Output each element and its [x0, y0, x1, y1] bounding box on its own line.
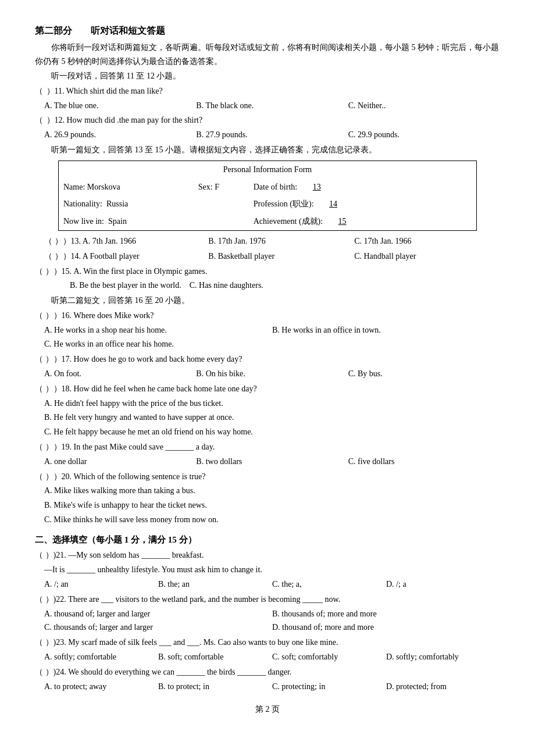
q22-optA: A. thousand of; larger and larger [44, 607, 272, 621]
q12-optB: B. 27.9 pounds. [196, 128, 348, 142]
q14-optC: C. Handball player [354, 249, 500, 263]
question-19: （ ））19. In the past Mike could save ____… [35, 440, 500, 469]
q11-optB: B. The black one. [196, 99, 348, 113]
q13-optA: ）13. A. 7th Jan. 1966 [63, 234, 209, 248]
question-12: （ ）12. How much did .the man pay for the… [35, 113, 500, 142]
q20-optB: B. Mike's wife is unhappy to hear the ti… [44, 501, 207, 509]
q20-text: ）20. Which of the following sentence is … [54, 472, 206, 481]
q15-optA: ）15. A. Win the first place in Olympic g… [54, 267, 208, 276]
table-sex: Sex: F [194, 179, 249, 196]
q20-optA: A. Mike likes walking more than taking a… [44, 486, 195, 495]
q21-text: )21. —My son seldom has _______ breakfas… [54, 551, 204, 559]
q13-optB: B. 17th Jan. 1976 [208, 234, 354, 248]
q23-optD: D. softly; comfortably [386, 650, 500, 664]
personal-info-table: Personal Information Form Name: Morskova… [58, 161, 477, 231]
q19-optC: C. five dollars [348, 455, 500, 469]
q12-text: ）12. How much did .the man pay for the s… [44, 116, 202, 124]
q17-optC: C. By bus. [348, 367, 500, 381]
q22-text: )22. There are ___ visitors to the wetla… [54, 595, 341, 604]
q24-optD: D. protected; from [386, 680, 500, 694]
q12-optA: A. 26.9 pounds. [44, 128, 196, 142]
question-23: （ ）)23. My scarf made of silk feels ___ … [35, 636, 500, 664]
q18-optB: B. He felt very hungry and wanted to hav… [44, 413, 234, 422]
q16-optA: A. He works in a shop near his home. [44, 323, 272, 337]
q11-text: ）11. Which shirt did the man like? [44, 87, 163, 95]
q17-optA: A. On foot. [44, 367, 196, 381]
question-21: （ ）)21. —My son seldom has _______ break… [35, 548, 500, 591]
q16-optB: B. He works in an office in town. [272, 323, 500, 337]
question-14: （ ） ）14. A Football player B. Basketball… [35, 249, 500, 263]
q18-text: ）18. How did he feel when he came back h… [54, 384, 257, 393]
q22-optC: C. thousands of; larger and larger [44, 621, 272, 634]
table-live: Now live in: Spain [59, 213, 194, 230]
table-name: Name: Morskova [59, 179, 194, 196]
q20-optC: C. Mike thinks he will save less money f… [44, 515, 218, 524]
table-dob-label: Date of birth: 13 [249, 179, 459, 196]
q14-optB: B. Basketball player [208, 249, 354, 263]
q16-text: ）16. Where does Mike work? [54, 311, 154, 320]
q19-optB: B. two dollars [196, 455, 348, 469]
q21-optC: C. the; a, [272, 577, 386, 591]
q21-optA: A. /; an [44, 577, 158, 591]
q15-optB: B. Be the best player in the world. [70, 281, 181, 290]
q23-optB: B. soft; comfortable [158, 650, 272, 664]
table-title: Personal Information Form [59, 161, 477, 178]
question-11: （ ）11. Which shirt did the man like? A. … [35, 84, 500, 113]
q21-optB: B. the; an [158, 577, 272, 591]
q17-optB: B. On his bike. [196, 367, 348, 381]
q23-text: )23. My scarf made of silk feels ___ and… [54, 638, 338, 647]
q22-optD: D. thousand of; more and more [272, 621, 500, 634]
question-20: （ ））20. Which of the following sentence … [35, 470, 500, 527]
part2-title: 第二部分 听对话和短文答题 [35, 23, 500, 38]
table-nat-label: Nationality: Russia [59, 195, 194, 213]
q14-optA: ）14. A Football player [63, 249, 209, 263]
q24-optA: A. to protect; away [44, 680, 158, 694]
q22-optB: B. thousands of; more and more [272, 607, 500, 621]
question-22: （ ）)22. There are ___ visitors to the we… [35, 593, 500, 634]
question-18: （ ））18. How did he feel when he came bac… [35, 382, 500, 439]
intro-para1: 你将听到一段对话和两篇短文，各听两遍。听每段对话或短文前，你将有时间阅读相关小题… [35, 41, 500, 69]
q11-optC: C. Neither.. [348, 99, 500, 113]
q13-optC: C. 17th Jan. 1966 [354, 234, 500, 248]
q24-optB: B. to protect; in [158, 680, 272, 694]
question-17: （ ））17. How does he go to work and back … [35, 352, 500, 381]
q21-line2: —It is _______ unhealthy lifestyle. You … [44, 565, 262, 574]
q12-optC: C. 29.9 pounds. [348, 128, 500, 142]
page-number: 第 2 页 [35, 702, 500, 716]
q15-optC: C. Has nine daughters. [190, 281, 263, 290]
q18-optA: A. He didn't feel happy with the price o… [44, 399, 223, 408]
q23-optA: A. softly; comfortable [44, 650, 158, 664]
q17-text: ）17. How does he go to work and back hom… [54, 355, 242, 363]
q19-optA: A. one dollar [44, 455, 196, 469]
q23-optC: C. soft; comfortably [272, 650, 386, 664]
table-prof: Profession (职业): 14 [249, 195, 459, 213]
q12-options: A. 26.9 pounds. B. 27.9 pounds. C. 29.9 … [44, 128, 500, 142]
q24-text: )24. We should do everything we can ____… [54, 668, 292, 676]
question-24: （ ）)24. We should do everything we can _… [35, 665, 500, 694]
question-13: （ ） ）13. A. 7th Jan. 1966 B. 17th Jan. 1… [35, 234, 500, 248]
question-16: （ ））16. Where does Mike work? A. He work… [35, 309, 500, 351]
intro-para2: 听一段对话，回答第 11 至 12 小题。 [35, 69, 500, 83]
intro2-text: 听第一篇短文，回答第 13 至 15 小题。请根据短文内容，选择正确答案，完成信… [35, 143, 500, 157]
intro3-text: 听第二篇短文，回答第 16 至 20 小题。 [35, 294, 500, 308]
q11-optA: A. The blue one. [44, 99, 196, 113]
table-ach: Achievement (成就): 15 [249, 213, 459, 230]
q18-optC: C. He felt happy because he met an old f… [44, 427, 253, 436]
q16-optC: C. He works in an office near his home. [44, 340, 174, 348]
q21-optD: D. /; a [386, 577, 500, 591]
question-15: （ ））15. A. Win the first place in Olympi… [35, 265, 500, 293]
q11-options: A. The blue one. B. The black one. C. Ne… [44, 99, 500, 113]
q24-optC: C. protecting; in [272, 680, 386, 694]
part3-title: 二、选择填空（每小题 1 分，满分 15 分） [35, 533, 500, 548]
q19-text: ）19. In the past Mike could save _______… [54, 443, 215, 451]
